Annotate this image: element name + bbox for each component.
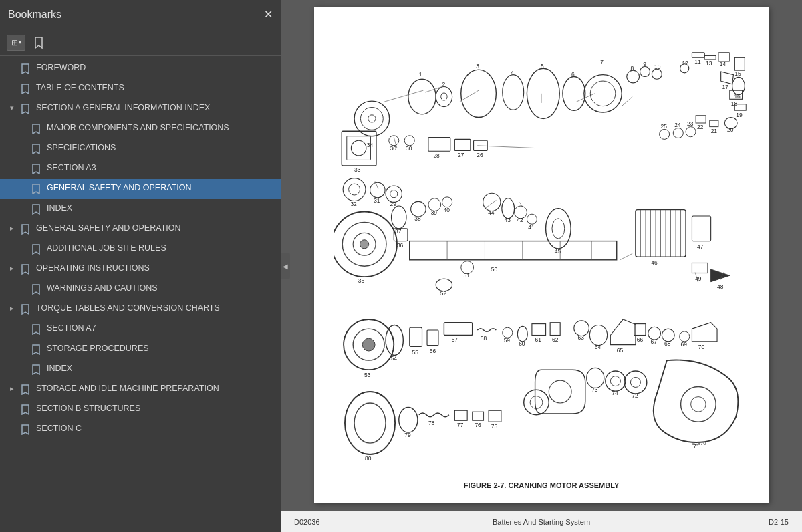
svg-text:18: 18 xyxy=(731,100,738,107)
svg-text:13: 13 xyxy=(706,60,712,67)
svg-text:52: 52 xyxy=(440,290,447,297)
svg-text:60: 60 xyxy=(519,340,525,347)
close-button[interactable]: ✕ xyxy=(264,8,273,21)
svg-text:61: 61 xyxy=(535,336,542,343)
svg-text:19: 19 xyxy=(736,112,743,118)
svg-text:91870: 91870 xyxy=(692,440,706,446)
document-content: 34 1 2 3 xyxy=(281,0,802,511)
bookmark-index-2[interactable]: INDEX xyxy=(0,360,281,380)
svg-text:66: 66 xyxy=(637,336,644,343)
expand-arrow-storage-idle xyxy=(7,383,17,395)
svg-point-81 xyxy=(360,240,369,249)
bookmark-additional-job-site[interactable]: ADDITIONAL JOB SITE RULES xyxy=(0,239,281,259)
svg-text:5: 5 xyxy=(541,63,544,70)
svg-text:63: 63 xyxy=(577,334,584,341)
svg-text:35: 35 xyxy=(358,277,365,284)
svg-text:73: 73 xyxy=(591,386,598,393)
bookmark-specifications[interactable]: SPECIFICATIONS xyxy=(0,139,281,159)
grid-view-button[interactable]: ⊞ ▾ xyxy=(7,35,25,51)
bookmark-icon-general-safety-1 xyxy=(31,183,41,195)
svg-text:41: 41 xyxy=(528,224,535,231)
bookmark-torque-tables[interactable]: TORQUE TABLES AND CONVERSION CHARTS xyxy=(0,299,281,319)
svg-text:27: 27 xyxy=(458,152,464,158)
svg-text:15: 15 xyxy=(734,70,741,77)
collapse-panel-button[interactable]: ◀ xyxy=(281,253,290,279)
svg-text:2: 2 xyxy=(442,81,446,88)
svg-text:53: 53 xyxy=(364,372,371,378)
bookmarks-header: Bookmarks ✕ xyxy=(0,0,281,29)
svg-text:11: 11 xyxy=(694,59,701,65)
svg-text:30: 30 xyxy=(390,145,397,152)
svg-text:1: 1 xyxy=(419,71,422,78)
figure-caption: FIGURE 2-7. CRANKING MOTOR ASSEMBLY xyxy=(464,481,619,489)
bookmark-section-a3[interactable]: SECTION A3 xyxy=(0,159,281,179)
bookmark-operating-instructions[interactable]: OPERATING INSTRUCTIONS xyxy=(0,259,281,279)
svg-text:67: 67 xyxy=(650,338,657,345)
bookmark-list: FOREWORD TABLE OF CONTENTS SECTION A GEN… xyxy=(0,56,281,532)
expand-arrow-general-safety-2 xyxy=(7,223,17,235)
bookmark-icon-section-a7 xyxy=(31,323,41,336)
bookmark-general-safety-1[interactable]: GENERAL SAFETY AND OPERATION xyxy=(0,179,281,199)
bookmark-storage-idle[interactable]: STORAGE AND IDLE MACHINE PREPARATION xyxy=(0,380,281,400)
svg-text:22: 22 xyxy=(697,124,704,130)
svg-text:72: 72 xyxy=(632,392,638,399)
svg-text:43: 43 xyxy=(505,217,511,223)
svg-text:12: 12 xyxy=(682,60,688,67)
svg-text:34: 34 xyxy=(367,142,374,148)
svg-text:74: 74 xyxy=(612,390,618,396)
bookmark-icon xyxy=(34,37,43,49)
grid-icon: ⊞ xyxy=(11,38,18,47)
svg-text:57: 57 xyxy=(452,336,458,343)
expand-arrow-torque-tables xyxy=(7,303,17,315)
bookmark-label-foreword: FOREWORD xyxy=(36,62,275,74)
bookmark-label-specifications: SPECIFICATIONS xyxy=(47,142,275,154)
svg-text:23: 23 xyxy=(687,120,694,127)
bookmark-label-additional-job-site: ADDITIONAL JOB SITE RULES xyxy=(47,243,275,255)
document-panel: 34 1 2 3 xyxy=(281,0,802,532)
bookmark-storage-procedures[interactable]: STORAGE PROCEDURES xyxy=(0,340,281,360)
svg-text:39: 39 xyxy=(431,209,438,216)
bookmark-icon-button[interactable] xyxy=(31,35,47,51)
bookmark-label-storage-idle: STORAGE AND IDLE MACHINE PREPARATION xyxy=(36,383,275,395)
bookmark-icon-index-2 xyxy=(31,364,41,376)
svg-text:76: 76 xyxy=(475,422,481,428)
footer-doc-id: D02036 xyxy=(294,518,374,526)
svg-text:9: 9 xyxy=(643,61,646,68)
expand-placeholder xyxy=(17,203,28,215)
bookmark-index-1[interactable]: INDEX xyxy=(0,199,281,219)
bookmark-icon-section-b xyxy=(20,404,31,416)
svg-text:24: 24 xyxy=(674,122,681,128)
bookmark-label-section-a: SECTION A GENERAL INFORMATION INDEX xyxy=(36,102,275,114)
bookmark-major-components[interactable]: MAJOR COMPONENTS AND SPECIFICATIONS xyxy=(0,119,281,139)
bookmark-icon-index-1 xyxy=(31,203,41,215)
bookmark-label-storage-procedures: STORAGE PROCEDURES xyxy=(47,343,275,355)
expand-placeholder xyxy=(17,162,28,174)
bookmark-label-general-safety-2: GENERAL SAFETY AND OPERATION xyxy=(36,223,275,235)
expand-placeholder xyxy=(17,243,28,255)
svg-text:25: 25 xyxy=(660,123,667,130)
bookmark-section-c[interactable]: SECTION C xyxy=(0,420,281,440)
bookmark-icon-major-components xyxy=(31,123,41,135)
bookmark-icon-section-a3 xyxy=(31,163,41,175)
expand-placeholder xyxy=(7,82,17,94)
bookmark-toc[interactable]: TABLE OF CONTENTS xyxy=(0,79,281,99)
bookmark-label-section-b: SECTION B STRUCTURES xyxy=(36,403,275,415)
cranking-motor-diagram: 34 1 2 3 xyxy=(334,20,749,475)
svg-text:58: 58 xyxy=(481,335,487,342)
bookmark-foreword[interactable]: FOREWORD xyxy=(0,59,281,79)
bookmark-icon-general-safety-2 xyxy=(20,223,31,235)
bookmark-section-a[interactable]: SECTION A GENERAL INFORMATION INDEX xyxy=(0,99,281,119)
bookmark-label-section-a7: SECTION A7 xyxy=(47,323,275,335)
svg-text:28: 28 xyxy=(433,152,440,159)
bookmarks-title: Bookmarks xyxy=(8,9,61,21)
bookmark-section-a7[interactable]: SECTION A7 xyxy=(0,319,281,340)
bookmark-general-safety-2[interactable]: GENERAL SAFETY AND OPERATION xyxy=(0,219,281,239)
svg-text:50: 50 xyxy=(491,266,498,273)
svg-text:80: 80 xyxy=(365,455,372,462)
footer-section: Batteries And Starting System xyxy=(374,518,708,526)
bookmark-label-warnings-cautions: WARNINGS AND CAUTIONS xyxy=(47,283,275,295)
svg-text:55: 55 xyxy=(412,349,418,356)
bookmark-warnings-cautions[interactable]: WARNINGS AND CAUTIONS xyxy=(0,279,281,299)
bookmark-section-b[interactable]: SECTION B STRUCTURES xyxy=(0,400,281,420)
svg-text:20: 20 xyxy=(727,126,734,133)
